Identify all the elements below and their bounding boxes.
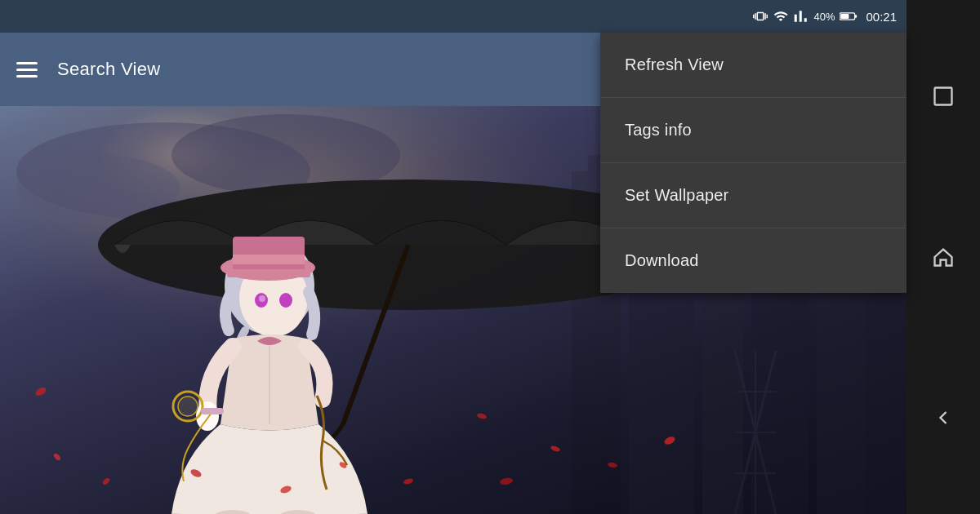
signal-icon [794, 9, 808, 24]
set-wallpaper-item[interactable]: Set Wallpaper [600, 163, 906, 228]
tags-info-item[interactable]: Tags info [600, 98, 906, 163]
battery-icon [840, 11, 858, 22]
svg-point-29 [279, 293, 292, 308]
svg-point-30 [259, 295, 265, 302]
back-button[interactable] [932, 406, 955, 429]
home-button[interactable] [932, 246, 955, 268]
square-icon [932, 85, 955, 108]
svg-rect-26 [227, 269, 310, 277]
time-display: 00:21 [866, 10, 897, 24]
svg-rect-34 [201, 408, 224, 414]
svg-rect-27 [233, 255, 305, 264]
recent-apps-button[interactable] [932, 85, 955, 108]
back-icon [932, 406, 955, 429]
status-bar: 40% 00:21 [0, 0, 906, 33]
dropdown-menu: Refresh View Tags info Set Wallpaper Dow… [600, 33, 906, 293]
nav-bar [906, 0, 980, 514]
refresh-view-item[interactable]: Refresh View [600, 33, 906, 98]
app-title: Search View [57, 59, 160, 80]
wifi-icon [773, 9, 789, 24]
status-icons: 40% 00:21 [753, 9, 897, 24]
home-icon [932, 246, 955, 268]
battery-percent: 40% [813, 11, 835, 23]
vibrate-icon [753, 9, 768, 24]
svg-rect-2 [841, 14, 849, 19]
menu-button[interactable] [16, 62, 38, 78]
svg-rect-49 [935, 88, 952, 105]
download-item[interactable]: Download [600, 228, 906, 293]
svg-point-33 [178, 397, 198, 416]
svg-rect-1 [855, 15, 858, 17]
